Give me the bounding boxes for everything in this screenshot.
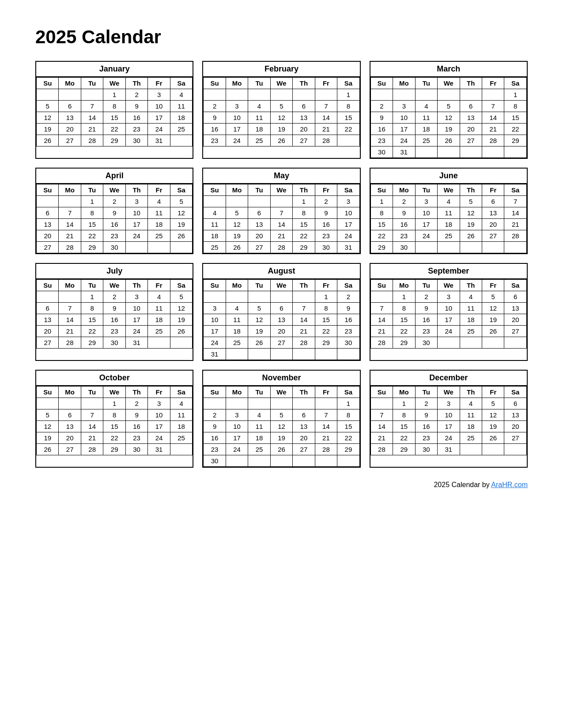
calendar-day: 21 — [370, 326, 393, 337]
calendar-day: 31 — [393, 146, 415, 158]
calendar-day: 11 — [148, 303, 170, 314]
calendar-day: 28 — [270, 242, 292, 253]
calendar-day: 19 — [482, 314, 504, 326]
calendar-day: 22 — [393, 432, 415, 444]
calendar-row: 12131415161718 — [37, 421, 193, 432]
month-title-april: April — [36, 169, 193, 184]
calendar-empty-cell — [438, 337, 460, 349]
day-header-su: Su — [37, 387, 59, 398]
calendar-day: 20 — [37, 230, 59, 242]
calendar-day: 10 — [148, 409, 170, 421]
calendar-day: 16 — [415, 314, 437, 326]
calendar-day: 28 — [482, 135, 504, 146]
calendar-empty-cell — [270, 455, 292, 467]
calendar-day: 2 — [337, 291, 360, 303]
calendar-day: 6 — [504, 398, 527, 409]
calendar-empty-cell — [204, 89, 226, 101]
calendar-day: 9 — [315, 207, 337, 219]
calendar-day: 24 — [226, 135, 248, 146]
calendar-day: 21 — [504, 219, 527, 230]
calendar-day: 7 — [370, 409, 393, 421]
calendar-day: 31 — [337, 242, 360, 253]
calendar-row: 123 — [204, 196, 359, 207]
day-header-mo: Mo — [59, 280, 81, 291]
calendar-empty-cell — [204, 196, 226, 207]
calendar-day: 2 — [204, 409, 226, 421]
calendar-day: 14 — [315, 421, 337, 432]
calendar-day: 14 — [370, 314, 393, 326]
calendar-day: 14 — [81, 421, 103, 432]
calendar-empty-cell — [438, 242, 460, 253]
calendar-day: 4 — [438, 196, 460, 207]
calendar-day: 2 — [415, 398, 437, 409]
calendar-day: 11 — [248, 421, 270, 432]
calendar-row: 14151617181920 — [370, 314, 526, 326]
calendar-day: 24 — [393, 135, 415, 146]
calendar-day: 17 — [148, 112, 170, 124]
calendar-day: 15 — [393, 421, 415, 432]
day-header-sa: Sa — [337, 280, 360, 291]
calendar-day: 15 — [103, 112, 125, 124]
day-header-we: We — [103, 184, 125, 196]
calendar-day: 12 — [248, 314, 270, 326]
calendar-row: 13141516171819 — [37, 314, 193, 326]
calendar-day: 19 — [170, 314, 193, 326]
calendar-day: 6 — [248, 207, 270, 219]
calendar-day: 4 — [170, 89, 193, 101]
calendar-day: 21 — [315, 432, 337, 444]
calendar-day: 22 — [81, 326, 103, 337]
calendar-day: 23 — [337, 326, 360, 337]
calendar-row: 6789101112 — [37, 207, 193, 219]
calendar-day: 30 — [337, 337, 360, 349]
calendar-day: 17 — [438, 314, 460, 326]
calendar-day: 2 — [393, 196, 415, 207]
calendar-day: 6 — [37, 303, 59, 314]
calendar-day: 18 — [248, 432, 270, 444]
day-header-we: We — [438, 78, 460, 89]
day-header-we: We — [103, 78, 125, 89]
calendar-empty-cell — [293, 291, 315, 303]
month-title-january: January — [36, 62, 193, 77]
calendar-day: 26 — [482, 326, 504, 337]
calendar-row: 3031 — [370, 146, 526, 158]
calendar-day: 6 — [293, 101, 315, 112]
calendar-day: 4 — [460, 291, 482, 303]
calendar-day: 20 — [460, 124, 482, 135]
day-header-th: Th — [125, 78, 147, 89]
day-header-th: Th — [125, 280, 147, 291]
month-title-july: July — [36, 264, 193, 279]
calendar-empty-cell — [337, 455, 360, 467]
calendar-empty-cell — [460, 89, 482, 101]
calendar-day: 5 — [248, 303, 270, 314]
calendar-day: 30 — [125, 135, 147, 146]
calendar-day: 11 — [438, 207, 460, 219]
day-header-fr: Fr — [315, 78, 337, 89]
calendar-day: 25 — [170, 432, 193, 444]
calendar-day: 22 — [293, 230, 315, 242]
calendar-day: 3 — [438, 398, 460, 409]
day-header-fr: Fr — [148, 387, 170, 398]
calendar-day: 13 — [293, 421, 315, 432]
calendar-day: 10 — [125, 207, 147, 219]
calendar-day: 10 — [337, 207, 360, 219]
calendar-day: 12 — [460, 207, 482, 219]
calendar-day: 21 — [370, 432, 393, 444]
calendar-empty-cell — [315, 349, 337, 360]
calendar-day: 10 — [438, 409, 460, 421]
calendar-day: 22 — [370, 230, 393, 242]
footer-link[interactable]: AraHR.com — [491, 481, 528, 488]
calendar-day: 27 — [270, 337, 292, 349]
day-header-fr: Fr — [148, 78, 170, 89]
calendar-day: 12 — [270, 421, 292, 432]
day-header-we: We — [270, 280, 292, 291]
calendar-day: 8 — [81, 207, 103, 219]
calendar-day: 7 — [482, 101, 504, 112]
calendar-day: 4 — [460, 398, 482, 409]
calendar-day: 19 — [438, 124, 460, 135]
calendar-day: 3 — [148, 398, 170, 409]
calendar-day: 27 — [504, 432, 527, 444]
calendar-day: 16 — [103, 219, 125, 230]
day-header-mo: Mo — [393, 184, 415, 196]
calendar-day: 25 — [204, 242, 226, 253]
calendar-row: 12345 — [37, 196, 193, 207]
